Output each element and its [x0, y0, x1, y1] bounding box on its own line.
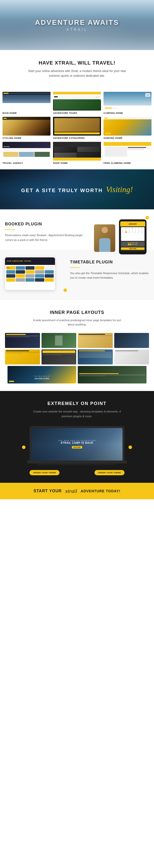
thumb-freeclimb-bar [104, 142, 151, 146]
footer-end: ADVENTURE TODAY! [81, 489, 121, 493]
timetable-cell [35, 270, 44, 274]
laptop-btn-right[interactable]: ORDER YOUR THEME [94, 470, 124, 475]
inner-thumb-wide-1[interactable]: THE NEW ERA OF ADVENTURE [7, 366, 76, 383]
demo-thumb-free-climbing-home[interactable] [103, 142, 152, 161]
demo-thumb-surfing-home[interactable] [103, 117, 152, 135]
itw1-btn[interactable] [9, 381, 14, 382]
demo-label-free-climbing-home: FREE CLIMBING HOME [103, 162, 152, 164]
demo-item-adventure-tours[interactable]: ADVENTURE TOURS [53, 92, 101, 114]
demo-grid: MAIN HOME ADVENTURE TOURS [0, 92, 154, 169]
timetable-device-header: OUR AWESOME TOURS [5, 257, 55, 265]
hero-subtitle: XTRAIL [35, 28, 119, 32]
timetable-row-3 [6, 274, 54, 278]
booked-cal-day: 1 [122, 229, 124, 231]
demo-label-travel-agency: TRAVEL AGENCY [2, 162, 51, 164]
booked-time-slot3[interactable] [134, 244, 137, 245]
demo-thumb-cycling-home[interactable] [2, 117, 51, 135]
laptop-dot-right [128, 445, 132, 449]
timetable-cell [16, 266, 25, 270]
thumb-bottom [2, 107, 51, 111]
visiting-banner: GET A SITE TRULY WORTH Visiting! [0, 169, 154, 209]
footer-start: START YOUR [33, 489, 62, 493]
timetable-cell [45, 266, 54, 270]
demo-label-adventure-tours: ADVENTURE TOURS [53, 112, 101, 114]
booked-cal-day: F [138, 228, 140, 229]
demo-label-adventure-categories: ADVENTURE CATEGORIES [53, 137, 101, 139]
booked-person-body [99, 238, 110, 252]
thumb-nav-bg [9, 93, 50, 94]
booked-cal-day: 11 [131, 231, 133, 233]
timetable-cell [45, 278, 54, 282]
demo-item-camping-home[interactable]: 🏕 CAMPING HOME [103, 92, 152, 114]
booked-cal-day-active[interactable]: 9 [125, 231, 127, 233]
inner-t6-bar [42, 350, 75, 353]
thumb-shop-inner [53, 142, 101, 161]
demo-item-main-home[interactable]: MAIN HOME [2, 92, 51, 114]
thumb-cycling-nav [2, 117, 51, 120]
booked-cal-day: 10 [128, 231, 130, 233]
thumb-cycling-logo [3, 118, 6, 119]
hero-section: ADVENTURE AWAITS XTRAIL [0, 0, 154, 50]
inner-t8-line [115, 350, 138, 351]
demo-thumb-travel-agency[interactable]: TRAVEL [2, 142, 51, 161]
booked-cal-day: T [128, 228, 130, 229]
booked-cal-day: 12 [134, 231, 136, 233]
have-xtrail-heading: HAVE XTRAIL, WILL TRAVEL! [7, 60, 147, 66]
timetable-row-4 [6, 278, 54, 282]
itw1-sub: THE NEW ERA OF [9, 375, 75, 377]
inner-thumb-1[interactable] [5, 333, 40, 348]
thumb-fc-line2 [128, 148, 151, 149]
booked-cal-day: 4 [131, 229, 133, 231]
laptop-screen-btn[interactable]: EXPLORE [72, 446, 82, 448]
demo-label-cycling-home: CYCLING HOME [2, 137, 51, 139]
demo-item-surfing-home[interactable]: SURFING HOME [103, 117, 152, 139]
thumb-travel-cards [3, 152, 50, 157]
inner-t1-line [6, 334, 26, 335]
thumb-cta [3, 108, 8, 109]
inner-thumb-8[interactable] [114, 349, 149, 365]
thumb-camping-btn [104, 107, 112, 108]
inner-t7-block [79, 353, 112, 358]
inner-thumb-2[interactable] [41, 333, 76, 348]
booked-time-slot2[interactable] [131, 244, 134, 245]
laptop-screen-text: THE NEW ERA OF ADVENTURE XTRAIL CAMP IS … [58, 440, 96, 449]
inner-thumb-5[interactable] [5, 349, 40, 365]
timetable-header-label: OUR AWESOME TOURS [7, 260, 31, 262]
inner-thumb-4[interactable] [114, 333, 149, 348]
demo-item-cycling-home[interactable]: CYCLING HOME [2, 117, 51, 139]
demo-thumb-main-home[interactable] [2, 92, 51, 111]
itw1-content: THE NEW ERA OF ADVENTURE [7, 366, 76, 383]
inner-thumb-7[interactable] [78, 349, 113, 365]
inner-grid-2 [5, 349, 149, 365]
thumb-travel-card1 [3, 152, 19, 157]
booked-time-slots: 9AM [122, 244, 144, 245]
demo-thumb-camping-home[interactable]: 🏕 [103, 92, 152, 111]
inner-thumb-6[interactable] [41, 349, 76, 365]
laptop-btn-left[interactable]: ORDER YOUR THEME [30, 470, 60, 475]
booked-book-now[interactable]: BOOK NOW [121, 247, 145, 250]
demo-thumb-shop-home[interactable] [53, 142, 101, 161]
demo-item-travel-agency[interactable]: TRAVEL TRAVEL AGENCY [2, 142, 51, 164]
booked-person-card [94, 224, 115, 252]
timetable-cell [16, 274, 25, 278]
demo-thumb-adventure-tours[interactable] [53, 92, 101, 111]
laptop-screen-title: XTRAIL CAMP IS BACK [58, 441, 96, 444]
inner-grid-bottom: THE NEW ERA OF ADVENTURE [5, 366, 149, 383]
demo-item-shop-home[interactable]: SHOP HOME [53, 142, 101, 164]
inner-thumb-3[interactable] [78, 333, 113, 348]
demo-item-free-climbing-home[interactable]: FREE CLIMBING HOME [103, 142, 152, 164]
thumb-shop-item4 [77, 153, 100, 158]
demo-thumb-adventure-categories[interactable] [53, 117, 101, 135]
laptop-screen-subtitle: THE NEW ERA OF ADVENTURE [58, 440, 96, 441]
inner-grid [5, 333, 149, 348]
inner-thumb-2-content [41, 333, 76, 348]
inner-thumb-wide-2[interactable] [78, 366, 147, 383]
booked-phone: JANUARY S M T W T F S 1 2 3 4 5 [119, 219, 147, 254]
demo-label-camping-home: CAMPING HOME [103, 112, 152, 114]
booked-time-slot[interactable]: 9AM [128, 244, 131, 245]
hero-title: ADVENTURE AWAITS [35, 19, 119, 27]
inner-thumb-5-content [5, 349, 40, 354]
laptop-mockup: THE NEW ERA OF ADVENTURE XTRAIL CAMP IS … [25, 426, 129, 475]
demo-item-adventure-categories[interactable]: ADVENTURE CATEGORIES [53, 117, 101, 139]
timetable-row-1: MON [6, 266, 54, 270]
